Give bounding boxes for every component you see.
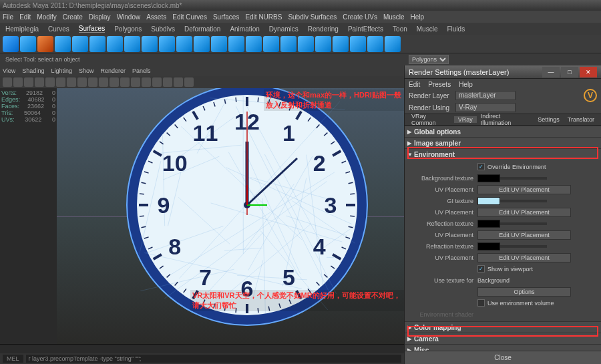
tab-settings[interactable]: Settings	[534, 116, 564, 123]
vp-tool-icon[interactable]	[24, 77, 33, 87]
vp-menu-panels[interactable]: Panels	[132, 67, 151, 74]
options-button[interactable]: Options	[477, 287, 571, 297]
shelf-icon[interactable]	[298, 36, 314, 52]
tab-toon[interactable]: Toon	[393, 25, 407, 33]
edit-uv-button[interactable]: Edit UV Placement	[477, 253, 571, 262]
shelf-icon[interactable]	[280, 36, 296, 52]
bg-texture-swatch[interactable]	[477, 174, 500, 182]
vp-tool-icon[interactable]	[13, 77, 23, 87]
panel-menu-help[interactable]: Help	[459, 81, 473, 88]
viewport-canvas[interactable]: 121234567891011 环境，这个和max的一样，HDRI贴图一般放入反…	[57, 88, 404, 344]
tab-vray[interactable]: VRay	[454, 116, 477, 123]
tab-polygons[interactable]: Polygons	[114, 25, 142, 33]
refraction-swatch[interactable]	[477, 242, 500, 250]
panel-menu-edit[interactable]: Edit	[409, 81, 420, 88]
menu-window[interactable]: Window	[117, 13, 141, 21]
vp-tool-icon[interactable]	[142, 77, 151, 87]
shelf-icon[interactable]	[194, 36, 210, 52]
show-viewport-checkbox[interactable]: ✓	[477, 265, 485, 272]
menu-modify[interactable]: Modify	[37, 13, 56, 21]
menu-edit[interactable]: Edit	[19, 13, 31, 21]
menu-surfaces[interactable]: Surfaces	[213, 13, 239, 21]
tab-surfaces[interactable]: Surfaces	[79, 25, 105, 33]
shelf-icon[interactable]	[315, 36, 331, 52]
section-global-options[interactable]: ▶Global options	[405, 126, 601, 137]
menu-display[interactable]: Display	[89, 13, 111, 21]
shelf-icon[interactable]	[263, 36, 279, 52]
vp-menu-renderer[interactable]: Renderer	[100, 67, 126, 74]
tab-muscle[interactable]: Muscle	[417, 25, 438, 33]
shading-dropdown[interactable]: Polygons	[409, 55, 449, 64]
shelf-icon[interactable]	[37, 36, 53, 52]
vp-tool-icon[interactable]	[163, 77, 172, 87]
timeline[interactable]	[0, 344, 404, 353]
shelf-icon[interactable]	[228, 36, 244, 52]
vp-menu-show[interactable]: Show	[79, 67, 94, 74]
vp-tool-icon[interactable]	[45, 77, 55, 87]
menu-edit-nurbs[interactable]: Edit NURBS	[245, 13, 282, 21]
vp-tool-icon[interactable]	[56, 77, 65, 87]
shelf-icon[interactable]	[367, 36, 383, 52]
panel-menu-presets[interactable]: Presets	[428, 81, 451, 88]
tab-deformation[interactable]: Deformation	[184, 25, 220, 33]
vp-tool-icon[interactable]	[110, 77, 119, 87]
render-layer-dropdown[interactable]: masterLayer	[455, 91, 516, 100]
tab-subdivs[interactable]: Subdivs	[151, 25, 175, 33]
section-environment[interactable]: ▼Environment	[405, 149, 601, 160]
shelf-icon[interactable]	[350, 36, 366, 52]
vp-tool-icon[interactable]	[120, 77, 130, 87]
vp-tool-icon[interactable]	[174, 77, 183, 87]
section-camera[interactable]: ▶Camera	[405, 333, 601, 344]
shelf-icon[interactable]	[3, 36, 19, 52]
shelf-icon[interactable]	[246, 36, 262, 52]
bg-texture-slider[interactable]	[500, 177, 547, 180]
vp-tool-icon[interactable]	[35, 77, 44, 87]
tab-dynamics[interactable]: Dynamics	[269, 25, 298, 33]
reflection-swatch[interactable]	[477, 220, 500, 228]
close-button[interactable]: ✕	[580, 67, 597, 77]
shelf-icon[interactable]	[142, 36, 158, 52]
vp-menu-lighting[interactable]: Lighting	[51, 67, 72, 74]
minimize-button[interactable]: —	[542, 67, 560, 77]
shelf-icon[interactable]	[55, 36, 71, 52]
section-color-mapping[interactable]: ▶Color mapping	[405, 322, 601, 333]
menu-muscle[interactable]: Muscle	[383, 13, 405, 21]
close-button-bottom[interactable]: Close	[405, 351, 601, 364]
vp-tool-icon[interactable]	[77, 77, 87, 87]
tab-rendering[interactable]: Rendering	[308, 25, 339, 33]
shelf-icon[interactable]	[211, 36, 227, 52]
section-image-sampler[interactable]: ▶Image sampler	[405, 138, 601, 148]
shelf-icon[interactable]	[333, 36, 349, 52]
menu-create-uvs[interactable]: Create UVs	[343, 13, 377, 21]
gi-texture-slider[interactable]	[500, 200, 547, 202]
tab-vray-common[interactable]: VRay Common	[407, 113, 454, 126]
menu-assets[interactable]: Assets	[146, 13, 166, 21]
menu-file[interactable]: File	[3, 13, 13, 21]
edit-uv-button[interactable]: Edit UV Placement	[477, 230, 571, 240]
tab-animation[interactable]: Animation	[230, 25, 259, 33]
edit-uv-button[interactable]: Edit UV Placement	[477, 208, 571, 217]
shelf-icon[interactable]	[159, 36, 175, 52]
vp-menu-shading[interactable]: Shading	[22, 67, 44, 74]
menu-create[interactable]: Create	[63, 13, 83, 21]
shelf-icon[interactable]	[124, 36, 140, 52]
env-volume-checkbox[interactable]	[477, 299, 485, 307]
shelf-icon[interactable]	[72, 36, 88, 52]
maximize-button[interactable]: □	[561, 67, 578, 77]
use-texture-dropdown[interactable]: Background	[477, 277, 510, 284]
shelf-icon[interactable]	[176, 36, 192, 52]
tab-painteffects[interactable]: PaintEffects	[348, 25, 383, 33]
vp-tool-icon[interactable]	[184, 77, 194, 87]
section-misc[interactable]: ▶Misc	[405, 345, 601, 351]
vp-tool-icon[interactable]	[88, 77, 97, 87]
menu-edit-curves[interactable]: Edit Curves	[172, 13, 207, 21]
override-env-checkbox[interactable]: ✓	[477, 163, 485, 170]
mel-command[interactable]: r layer3.precompTemplate -type "string" …	[26, 355, 401, 363]
vp-tool-icon[interactable]	[131, 77, 140, 87]
vp-tool-icon[interactable]	[3, 77, 12, 87]
shelf-icon[interactable]	[385, 36, 401, 52]
tab-curves[interactable]: Curves	[48, 25, 69, 33]
render-using-dropdown[interactable]: V-Ray	[455, 103, 516, 112]
shelf-icon[interactable]	[20, 36, 36, 52]
gi-texture-swatch[interactable]	[477, 197, 500, 205]
